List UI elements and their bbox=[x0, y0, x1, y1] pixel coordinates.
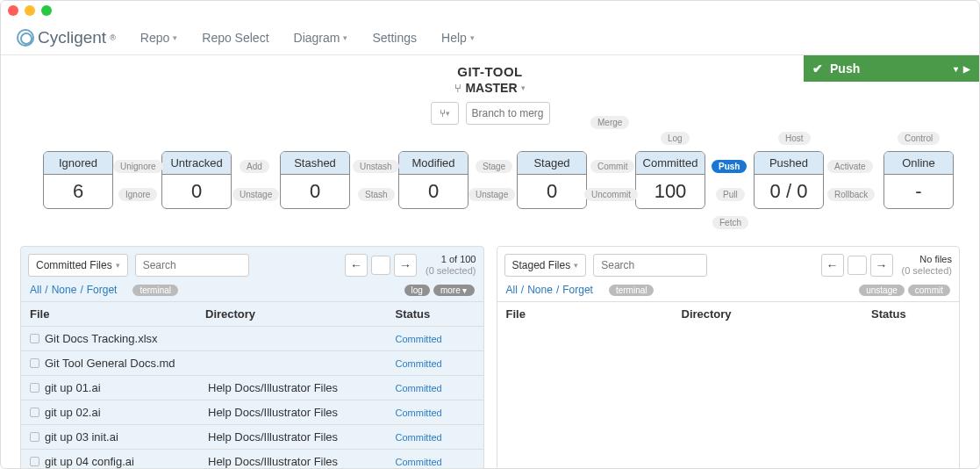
play-icon: ▶ bbox=[963, 64, 970, 74]
prev-button[interactable]: ← bbox=[821, 254, 844, 277]
menubar: Cycligent® Repo▾ Repo Select Diagram▾ Se… bbox=[1, 20, 979, 55]
cell-dir: Help Docs/Illustrator Files bbox=[208, 455, 396, 468]
window-titlebar bbox=[1, 1, 979, 20]
cell-file: git up 03 init.ai bbox=[45, 430, 208, 444]
table-row[interactable]: Git Tool General Docs.md Committed bbox=[21, 350, 483, 375]
pill-unignore[interactable]: Unignore bbox=[113, 160, 163, 173]
pill-add[interactable]: Add bbox=[240, 160, 269, 173]
menu-repo-select[interactable]: Repo Select bbox=[202, 31, 268, 45]
pill-unstage[interactable]: Unstage bbox=[232, 188, 279, 201]
cell-file: Git Docs Tracking.xlsx bbox=[45, 332, 208, 345]
table-row[interactable]: git up 02.ai Help Docs/Illustrator Files… bbox=[21, 400, 483, 424]
check-icon: ✔ bbox=[812, 61, 823, 76]
cell-file: git up 02.ai bbox=[45, 406, 208, 419]
forget-link[interactable]: Forget bbox=[87, 284, 118, 296]
box-staged[interactable]: Staged0 bbox=[517, 151, 587, 209]
pill-uncommit[interactable]: Uncommit bbox=[584, 188, 638, 201]
pill-host[interactable]: Host bbox=[778, 132, 811, 145]
branch-selector[interactable]: ⑂ MASTER ▾ bbox=[1, 81, 979, 95]
pill-unstash[interactable]: Unstash bbox=[353, 160, 399, 173]
select-none-link[interactable]: None bbox=[527, 284, 553, 296]
more-pill[interactable]: more ▾ bbox=[433, 285, 475, 296]
terminal-pill[interactable]: terminal bbox=[609, 285, 655, 296]
pill-rollback[interactable]: Rollback bbox=[827, 188, 875, 201]
pill-merge[interactable]: Merge bbox=[590, 116, 629, 129]
pill-stash[interactable]: Stash bbox=[358, 188, 395, 201]
log-pill[interactable]: log bbox=[404, 285, 430, 296]
forget-link[interactable]: Forget bbox=[562, 284, 593, 296]
left-panel-toolbar: Committed Files▾ ← → 1 of 100 (0 selecte… bbox=[21, 247, 483, 284]
pill-push[interactable]: Push bbox=[712, 160, 747, 173]
maximize-window-icon[interactable] bbox=[41, 5, 52, 16]
row-checkbox[interactable] bbox=[30, 408, 39, 417]
next-button[interactable]: → bbox=[394, 254, 417, 277]
menu-settings[interactable]: Settings bbox=[372, 31, 417, 45]
col-file: File bbox=[30, 307, 205, 321]
select-none-link[interactable]: None bbox=[52, 284, 77, 296]
cell-file: Git Tool General Docs.md bbox=[45, 357, 208, 370]
row-checkbox[interactable] bbox=[30, 432, 39, 442]
col-dir: Directory bbox=[205, 307, 396, 321]
logo-text: Cycligent bbox=[38, 28, 106, 47]
search-input[interactable] bbox=[135, 254, 249, 277]
app-logo: Cycligent® bbox=[17, 28, 116, 47]
push-label: Push bbox=[830, 61, 860, 76]
select-checkbox[interactable] bbox=[371, 256, 390, 275]
row-checkbox[interactable] bbox=[30, 383, 39, 393]
cycligent-icon bbox=[17, 29, 34, 47]
search-input[interactable] bbox=[593, 254, 707, 277]
pill-fetch[interactable]: Fetch bbox=[712, 216, 748, 229]
row-checkbox[interactable] bbox=[30, 358, 39, 368]
cell-status: Committed bbox=[396, 358, 475, 369]
caret-down-icon: ▾ bbox=[954, 64, 958, 74]
table-row[interactable]: git up 03 init.ai Help Docs/Illustrator … bbox=[21, 424, 483, 449]
box-stashed[interactable]: Stashed0 bbox=[280, 151, 350, 209]
box-modified[interactable]: Modified0 bbox=[398, 151, 469, 209]
unstage-pill[interactable]: unstage bbox=[859, 285, 905, 296]
prev-button[interactable]: ← bbox=[345, 254, 368, 277]
push-action-button[interactable]: ✔ Push ▾ ▶ bbox=[804, 55, 979, 82]
cell-status: Committed bbox=[396, 334, 475, 344]
select-all-link[interactable]: All bbox=[30, 284, 41, 296]
file-filter-dropdown[interactable]: Committed Files▾ bbox=[28, 254, 128, 277]
file-panels: Committed Files▾ ← → 1 of 100 (0 selecte… bbox=[1, 246, 979, 469]
commit-pill[interactable]: commit bbox=[908, 285, 950, 296]
table-header: File Directory Status bbox=[497, 301, 960, 326]
box-online[interactable]: Online- bbox=[883, 151, 954, 209]
menu-repo[interactable]: Repo▾ bbox=[140, 31, 177, 45]
box-committed[interactable]: Committed100 bbox=[635, 151, 705, 209]
col-dir: Directory bbox=[682, 307, 872, 321]
menu-help[interactable]: Help▾ bbox=[441, 31, 475, 45]
col-status: Status bbox=[871, 307, 950, 321]
pill-ignore[interactable]: Ignore bbox=[118, 188, 157, 201]
caret-down-icon: ▾ bbox=[343, 33, 347, 42]
pill-unstage2[interactable]: Unstage bbox=[469, 188, 515, 201]
left-links: All/ None/ Forget terminal log more ▾ bbox=[21, 284, 483, 301]
select-all-link[interactable]: All bbox=[506, 284, 518, 296]
pill-stage[interactable]: Stage bbox=[476, 160, 512, 173]
row-checkbox[interactable] bbox=[30, 334, 39, 343]
table-row[interactable]: git up 04 config.ai Help Docs/Illustrato… bbox=[21, 449, 483, 469]
pill-activate[interactable]: Activate bbox=[827, 160, 873, 173]
pill-pull[interactable]: Pull bbox=[716, 188, 745, 201]
pill-commit[interactable]: Commit bbox=[590, 160, 634, 173]
box-ignored[interactable]: Ignored6 bbox=[43, 151, 113, 209]
table-row[interactable]: git up 01.ai Help Docs/Illustrator Files… bbox=[21, 375, 483, 400]
file-filter-dropdown[interactable]: Staged Files▾ bbox=[504, 254, 587, 277]
table-row[interactable]: Git Docs Tracking.xlsx Committed bbox=[21, 326, 483, 350]
pill-control[interactable]: Control bbox=[898, 132, 940, 145]
next-button[interactable]: → bbox=[870, 254, 893, 277]
box-untracked[interactable]: Untracked0 bbox=[161, 151, 232, 209]
close-window-icon[interactable] bbox=[8, 5, 18, 16]
col-file: File bbox=[506, 307, 682, 321]
menu-diagram[interactable]: Diagram▾ bbox=[294, 31, 348, 45]
minimize-window-icon[interactable] bbox=[25, 5, 35, 16]
terminal-pill[interactable]: terminal bbox=[132, 285, 178, 296]
pill-log[interactable]: Log bbox=[661, 132, 690, 145]
box-pushed[interactable]: Pushed0 / 0 bbox=[754, 151, 824, 209]
row-checkbox[interactable] bbox=[30, 457, 39, 466]
branch-name: MASTER bbox=[465, 81, 517, 95]
cell-file: git up 04 config.ai bbox=[45, 455, 208, 468]
select-checkbox[interactable] bbox=[848, 256, 867, 275]
table-body: Git Docs Tracking.xlsx Committed Git Too… bbox=[21, 326, 483, 469]
